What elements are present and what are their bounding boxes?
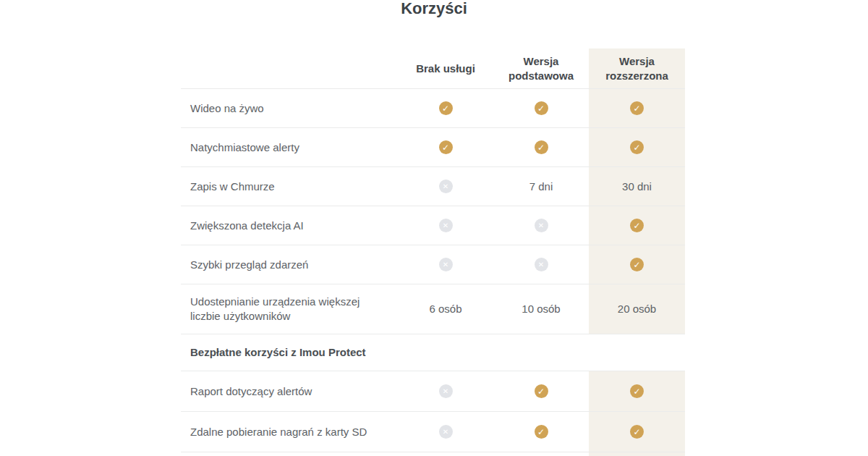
check-icon: ✓ — [630, 219, 644, 232]
feature-row: Szybki przegląd zdarzeń✕✕✓ — [181, 245, 685, 284]
cross-icon: ✕ — [439, 384, 453, 398]
value-cell: ✓ — [493, 89, 589, 127]
value-cell: 6 osób — [398, 284, 493, 334]
check-icon: ✓ — [535, 384, 548, 398]
page-title: Korzyści — [0, 0, 868, 19]
feature-label: Raport dotyczący alertów — [181, 371, 398, 411]
value-cell: ✓ — [398, 89, 493, 127]
value-cell: ✓ — [493, 371, 589, 411]
feature-label: Wideo na żywo — [181, 89, 398, 127]
cross-icon: ✕ — [535, 258, 548, 271]
check-icon: ✓ — [535, 140, 548, 154]
check-icon: ✓ — [535, 101, 548, 115]
feature-label: Natychmiastowe alerty — [181, 128, 398, 166]
feature-row: Zdalne pobieranie nagrań z karty SD✕✓✓ — [181, 412, 685, 452]
cross-icon: ✕ — [439, 180, 453, 193]
value-cell: 20 osób — [589, 284, 685, 334]
feature-label: Udostepnianie urządzenia większej liczbi… — [181, 284, 398, 334]
value-cell: ✓ — [493, 412, 589, 452]
check-icon: ✓ — [630, 384, 644, 398]
cross-icon: ✕ — [439, 219, 453, 232]
header-col-no-service: Brak usługi — [398, 48, 493, 88]
benefits-page: Korzyści Brak usługi Wersja podstawowa W… — [0, 0, 868, 456]
value-cell: 10 osób — [493, 284, 589, 334]
value-cell: ✕ — [398, 245, 493, 284]
feature-label: Zwiększona detekcja AI — [181, 206, 398, 245]
value-cell: ✓ — [493, 128, 589, 166]
value-cell: ✓ — [398, 128, 493, 166]
check-icon: ✓ — [630, 258, 644, 271]
header-label: Brak usługi — [416, 62, 475, 76]
value-cell — [398, 452, 493, 456]
feature-row: Udostepnianie urządzenia większej liczbi… — [181, 284, 685, 334]
value-cell: ✓ — [589, 206, 685, 245]
feature-row: Natychmiastowe alerty✓✓✓ — [181, 128, 685, 167]
value-text: 6 osób — [429, 302, 461, 316]
feature-row: Raport dotyczący alertów✕✓✓ — [181, 371, 685, 412]
value-text: 7 dni — [529, 180, 553, 194]
value-cell: ✕ — [398, 206, 493, 245]
value-cell: 30 dni — [589, 167, 685, 206]
feature-label: Szybki przegląd zdarzeń — [181, 245, 398, 284]
value-text: 10 osób — [522, 302, 560, 316]
check-icon: ✓ — [535, 425, 548, 439]
benefits-comparison-table: Brak usługi Wersja podstawowa Wersja roz… — [181, 48, 685, 456]
section-title: Bezpłatne korzyści z Imou Protect — [181, 334, 685, 371]
feature-label: Zapis w Chmurze — [181, 167, 398, 206]
header-label: Wersja podstawowa — [493, 54, 589, 83]
table-header-row: Brak usługi Wersja podstawowa Wersja roz… — [181, 48, 685, 89]
value-cell: 7 dni — [493, 167, 589, 206]
header-feature-cell — [181, 48, 398, 88]
value-cell: ✓ — [589, 89, 685, 127]
value-cell — [589, 452, 685, 456]
header-col-basic: Wersja podstawowa — [493, 48, 589, 88]
value-cell: ✓ — [589, 245, 685, 284]
header-label: Wersja rozszerzona — [589, 54, 685, 83]
value-cell: ✕ — [493, 245, 589, 284]
value-cell: ✓ — [589, 371, 685, 411]
feature-row: Zwiększona detekcja AI✕✕✓ — [181, 206, 685, 245]
check-icon: ✓ — [439, 140, 453, 154]
cross-icon: ✕ — [439, 258, 453, 271]
value-text: 30 dni — [622, 180, 652, 194]
check-icon: ✓ — [630, 140, 644, 154]
check-icon: ✓ — [439, 101, 453, 115]
value-cell: ✕ — [398, 167, 493, 206]
header-col-extended: Wersja rozszerzona — [589, 48, 685, 88]
section-header-row: Bezpłatne korzyści z Imou Protect — [181, 334, 685, 371]
value-cell: ✕ — [398, 412, 493, 452]
check-icon: ✓ — [630, 425, 644, 439]
table-body: Wideo na żywo✓✓✓Natychmiastowe alerty✓✓✓… — [181, 89, 685, 456]
feature-row: Zapis w Chmurze✕7 dni30 dni — [181, 167, 685, 206]
value-cell: ✓ — [589, 128, 685, 166]
cross-icon: ✕ — [439, 425, 453, 439]
value-cell — [181, 452, 398, 456]
value-text: 20 osób — [618, 302, 656, 316]
cross-icon: ✕ — [535, 219, 548, 232]
value-cell: ✓ — [589, 412, 685, 452]
value-cell — [493, 452, 589, 456]
value-cell: ✕ — [398, 371, 493, 411]
feature-row: Wideo na żywo✓✓✓ — [181, 89, 685, 128]
value-cell: ✕ — [493, 206, 589, 245]
check-icon: ✓ — [630, 101, 644, 115]
table-continuation — [181, 452, 685, 456]
feature-label: Zdalne pobieranie nagrań z karty SD — [181, 412, 398, 452]
